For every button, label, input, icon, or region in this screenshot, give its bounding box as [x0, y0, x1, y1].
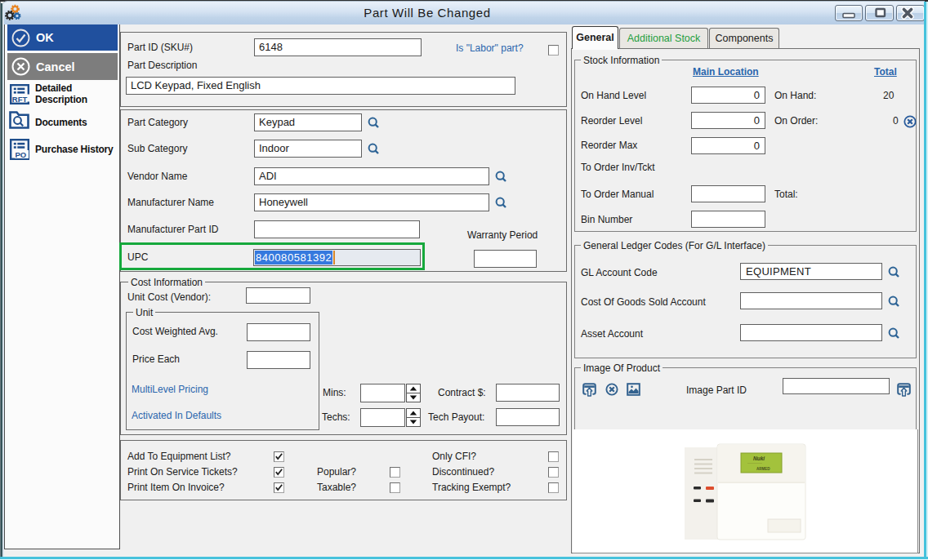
svg-text:PO: PO	[16, 150, 27, 159]
svg-text:RFT: RFT	[12, 95, 28, 104]
svg-text:Nuki: Nuki	[753, 456, 765, 461]
svg-text:ARMED: ARMED	[756, 467, 770, 471]
